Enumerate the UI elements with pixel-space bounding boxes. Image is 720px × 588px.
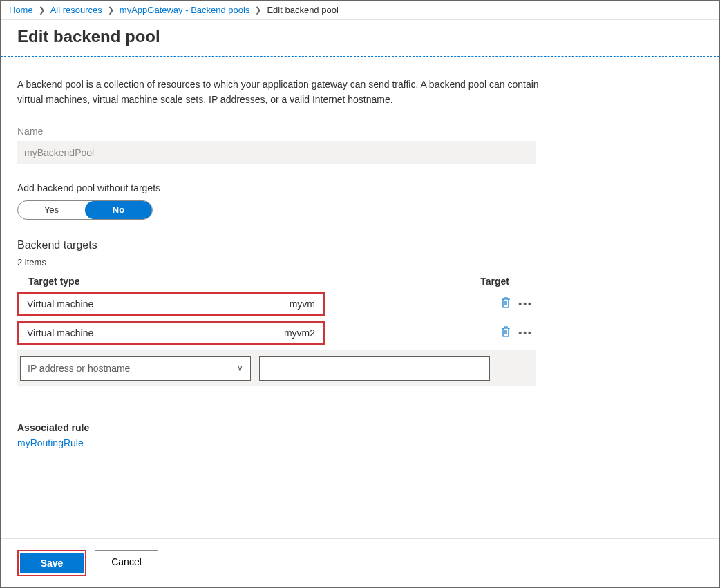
breadcrumb-home[interactable]: Home bbox=[9, 5, 33, 15]
breadcrumb: Home ❯ All resources ❯ myAppGateway - Ba… bbox=[1, 1, 719, 20]
target-value-input[interactable] bbox=[259, 356, 490, 381]
backend-targets-heading: Backend targets bbox=[17, 239, 703, 252]
breadcrumb-all-resources[interactable]: All resources bbox=[50, 5, 102, 15]
target-type-select[interactable]: IP address or hostname ∨ bbox=[20, 356, 251, 381]
toggle-no[interactable]: No bbox=[85, 201, 152, 219]
chevron-down-icon: ∨ bbox=[237, 363, 243, 373]
target-type-value: Virtual machine bbox=[27, 298, 290, 310]
associated-rule-link[interactable]: myRoutingRule bbox=[17, 437, 703, 448]
col-target: Target bbox=[270, 276, 524, 287]
table-row: Virtual machine myvm ••• bbox=[17, 292, 536, 316]
target-row-highlight[interactable]: Virtual machine myvm2 bbox=[17, 321, 325, 345]
footer: Save Cancel bbox=[1, 538, 719, 587]
name-label: Name bbox=[17, 126, 703, 137]
target-row-highlight[interactable]: Virtual machine myvm bbox=[17, 292, 325, 316]
trash-icon[interactable] bbox=[500, 296, 511, 311]
chevron-right-icon: ❯ bbox=[39, 6, 45, 15]
target-value: myvm bbox=[290, 298, 315, 310]
targets-table: Target type Target Virtual machine myvm … bbox=[17, 276, 536, 386]
toggle-yes[interactable]: Yes bbox=[18, 201, 85, 219]
col-target-type: Target type bbox=[28, 276, 270, 287]
more-icon[interactable]: ••• bbox=[518, 328, 533, 339]
content: A backend pool is a collection of resour… bbox=[1, 57, 719, 538]
trash-icon[interactable] bbox=[500, 325, 511, 340]
save-highlight: Save bbox=[17, 550, 86, 576]
associated-rule-heading: Associated rule bbox=[17, 422, 703, 433]
breadcrumb-current: Edit backend pool bbox=[267, 5, 338, 15]
items-count: 2 items bbox=[17, 257, 703, 267]
without-targets-label: Add backend pool without targets bbox=[17, 182, 703, 193]
chevron-right-icon: ❯ bbox=[108, 6, 114, 15]
target-type-value: Virtual machine bbox=[27, 328, 284, 339]
breadcrumb-gateway[interactable]: myAppGateway - Backend pools bbox=[120, 5, 250, 15]
save-button[interactable]: Save bbox=[20, 553, 84, 573]
new-target-row: IP address or hostname ∨ bbox=[17, 350, 536, 386]
page-title: Edit backend pool bbox=[1, 20, 719, 56]
select-placeholder: IP address or hostname bbox=[28, 363, 130, 374]
more-icon[interactable]: ••• bbox=[518, 298, 533, 310]
table-row: Virtual machine myvm2 ••• bbox=[17, 321, 536, 345]
without-targets-toggle[interactable]: Yes No bbox=[17, 200, 153, 220]
cancel-button[interactable]: Cancel bbox=[95, 550, 158, 573]
table-header: Target type Target bbox=[17, 276, 536, 292]
target-value: myvm2 bbox=[284, 328, 315, 339]
description-text: A backend pool is a collection of resour… bbox=[17, 77, 542, 108]
chevron-right-icon: ❯ bbox=[255, 6, 261, 15]
name-input[interactable] bbox=[17, 141, 536, 164]
